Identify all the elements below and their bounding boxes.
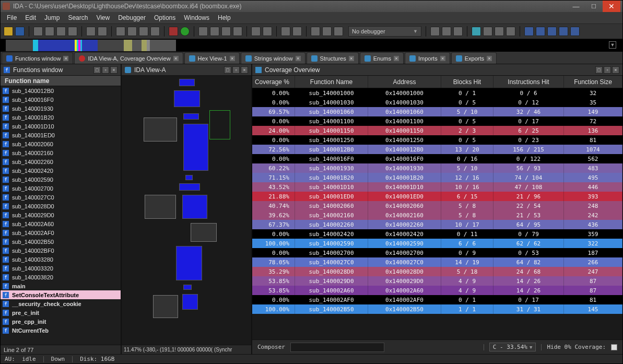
function-row[interactable]: fsub_140002260	[1, 157, 121, 166]
function-row[interactable]: fsub_140002BF0	[1, 246, 121, 255]
tool-icon[interactable]	[45, 27, 54, 36]
tool-icon[interactable]	[536, 27, 545, 36]
nav-band[interactable]: ▼	[1, 39, 622, 52]
menu-debugger[interactable]: Debugger	[118, 14, 146, 21]
text-a-icon[interactable]	[169, 27, 178, 36]
function-row[interactable]: fNtCurrentTeb	[1, 326, 121, 335]
pause-icon[interactable]	[322, 27, 332, 36]
col-instructions[interactable]: Instructions Hit	[493, 76, 564, 88]
tool-icon[interactable]	[547, 27, 557, 36]
pane-options-button[interactable]: ▫	[232, 66, 240, 74]
coverage-table[interactable]: 0.00%sub_1400010000x1400010000 / 10 / 63…	[252, 88, 622, 339]
menu-windows[interactable]: Windows	[184, 14, 209, 21]
function-row[interactable]: fsub_140001930	[1, 104, 121, 113]
tool-icon[interactable]	[198, 27, 208, 36]
functions-column-header[interactable]: Function name	[1, 76, 121, 86]
tool-icon[interactable]	[495, 27, 504, 36]
coverage-row[interactable]: 72.56%sub_1400012B00x1400012B013 / 20156…	[252, 145, 622, 154]
tab-functions-window[interactable]: Functions window	[2, 52, 73, 64]
tab-enums[interactable]: Enums	[360, 52, 404, 64]
coverage-row[interactable]: 24.00%sub_1400011500x1400011502 / 36 / 2…	[252, 126, 622, 135]
debugger-dropdown[interactable]: No debugger ▼	[348, 26, 421, 37]
function-row[interactable]: fsub_140002700	[1, 184, 121, 193]
coverage-row[interactable]: 0.00%sub_1400010300x1400010300 / 50 / 12…	[252, 98, 622, 107]
menu-jump[interactable]: Jump	[44, 14, 60, 21]
window-maximize-button[interactable]	[585, 1, 603, 12]
coverage-row[interactable]: 39.62%sub_1400021600x1400021605 / 821 / …	[252, 210, 622, 220]
tab-close-icon[interactable]	[440, 56, 445, 61]
tab-imports[interactable]: Imports	[405, 52, 450, 64]
menu-view[interactable]: View	[96, 14, 110, 21]
tool-icon[interactable]	[430, 27, 440, 36]
tool-icon[interactable]	[281, 27, 290, 36]
function-row[interactable]: fsub_140002420	[1, 166, 121, 175]
arrow-left-icon[interactable]	[116, 27, 125, 36]
function-row[interactable]: fmain	[1, 281, 121, 290]
tool-icon[interactable]	[56, 27, 66, 36]
arrow-left2-icon[interactable]	[139, 27, 148, 36]
coverage-row[interactable]: 0.00%sub_1400011000x1400011000 / 50 / 17…	[252, 116, 622, 126]
arrow-right2-icon[interactable]	[150, 27, 160, 36]
save-icon[interactable]	[15, 27, 25, 36]
tab-close-icon[interactable]	[487, 56, 492, 61]
tool-icon[interactable]	[506, 27, 515, 36]
play-icon[interactable]	[311, 27, 320, 36]
tab-strings-window[interactable]: Strings window	[241, 52, 305, 64]
function-row[interactable]: fsub_140002160	[1, 148, 121, 157]
coverage-row[interactable]: 69.57%sub_1400010600x1400010605 / 1032 /…	[252, 107, 622, 116]
coverage-columns[interactable]: Coverage % Function Name Address Blocks …	[252, 76, 622, 88]
function-row[interactable]: fsub_140001ED0	[1, 131, 121, 139]
pane-options-button[interactable]: ▫	[604, 66, 611, 74]
pane-close-button[interactable]: ×	[110, 66, 117, 74]
tool-icon[interactable]	[559, 27, 568, 36]
tool-icon[interactable]	[263, 27, 272, 36]
coverage-row[interactable]: 100.00%sub_140002B500x140002B501 / 131 /…	[252, 304, 622, 314]
tab-hex-view-1[interactable]: Hex View-1	[184, 52, 240, 64]
tab-ida-view-a-coverage-overview[interactable]: IDA View-A, Coverage Overview	[74, 52, 183, 64]
function-row[interactable]: fsub_140002060	[1, 139, 121, 148]
pane-restore-button[interactable]: □	[93, 66, 101, 74]
tool-icon[interactable]	[221, 27, 231, 36]
graph-view[interactable]	[122, 76, 251, 345]
function-row[interactable]: fsub_1400016F0	[1, 95, 121, 104]
coverage-row[interactable]: 35.29%sub_1400028D00x1400028D05 / 1824 /…	[252, 267, 622, 276]
window-minimize-button[interactable]	[567, 1, 585, 12]
coverage-row[interactable]: 21.88%sub_140001ED00x140001ED06 / 1521 /…	[252, 192, 622, 201]
function-row[interactable]: f__security_check_cookie	[1, 299, 121, 308]
tool-icon[interactable]	[483, 27, 492, 36]
tool-icon[interactable]	[442, 27, 451, 36]
pane-restore-button[interactable]: □	[224, 66, 231, 74]
coverage-row[interactable]: 60.22%sub_1400019300x1400019305 / 1056 /…	[252, 163, 622, 173]
function-row[interactable]: fsub_140002B50	[1, 237, 121, 246]
stop-icon[interactable]	[334, 27, 343, 36]
pane-close-button[interactable]: ×	[241, 66, 248, 74]
run-icon[interactable]	[180, 27, 190, 36]
pane-close-button[interactable]: ×	[612, 66, 619, 74]
coverage-row[interactable]: 0.00%sub_1400012500x1400012500 / 50 / 23…	[252, 135, 622, 145]
function-row[interactable]: fsub_140002AF0	[1, 228, 121, 237]
function-row[interactable]: fsub_140003820	[1, 273, 121, 281]
coverage-row[interactable]: 0.00%sub_1400024200x1400024200 / 110 / 7…	[252, 229, 622, 239]
tool-icon[interactable]	[33, 27, 43, 36]
tool-icon[interactable]	[210, 27, 219, 36]
composer-input[interactable]	[290, 343, 384, 352]
col-address[interactable]: Address	[368, 76, 441, 88]
tool-icon[interactable]	[472, 27, 481, 36]
coverage-row[interactable]: 0.00%sub_1400010000x1400010000 / 10 / 63…	[252, 88, 622, 98]
delete-icon[interactable]	[292, 27, 302, 36]
tab-structures[interactable]: Structures	[307, 52, 359, 64]
tool-icon[interactable]	[68, 27, 77, 36]
menu-options[interactable]: Options	[154, 14, 175, 21]
coverage-row[interactable]: 71.15%sub_140001B200x140001B2012 / 1674 …	[252, 173, 622, 182]
col-function-name[interactable]: Function Name	[295, 76, 368, 88]
tool-icon[interactable]	[251, 27, 261, 36]
window-close-button[interactable]	[603, 1, 620, 12]
tool-icon[interactable]	[524, 27, 534, 36]
open-file-icon[interactable]	[4, 27, 13, 36]
tool-icon[interactable]	[98, 27, 107, 36]
tab-close-icon[interactable]	[349, 56, 354, 61]
function-row[interactable]: fsub_1400029D0	[1, 210, 121, 219]
menu-help[interactable]: Help	[218, 14, 231, 21]
menu-file[interactable]: File	[7, 14, 17, 21]
menu-search[interactable]: Search	[68, 14, 88, 21]
